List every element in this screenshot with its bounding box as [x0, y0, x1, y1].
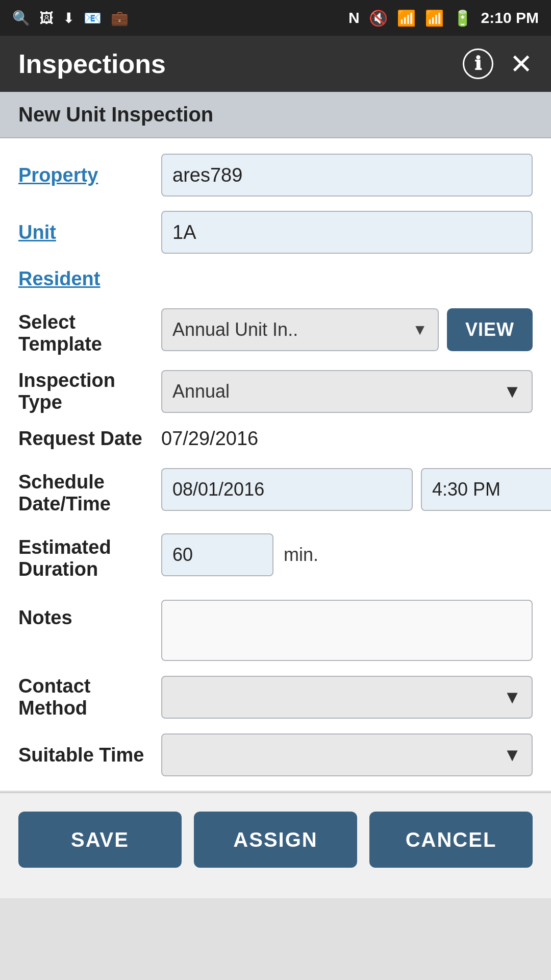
inspection-type-row: Inspection Type Annual ▼ — [18, 370, 533, 413]
select-template-row: Select Template Annual Unit In.. ▼ VIEW — [18, 304, 533, 355]
form-container: Property Unit Resident Select Template A… — [0, 138, 551, 792]
inspection-type-label: Inspection Type — [18, 370, 161, 413]
request-date-row: Request Date 07/29/2016 — [18, 428, 533, 450]
cancel-button[interactable]: CANCEL — [369, 812, 533, 868]
app-bar: Inspections ℹ ✕ — [0, 36, 551, 92]
app-title: Inspections — [18, 48, 166, 79]
save-button[interactable]: SAVE — [18, 812, 182, 868]
resident-label[interactable]: Resident — [18, 268, 161, 290]
notes-row: Notes — [18, 595, 533, 661]
contact-method-label: Contact Method — [18, 675, 161, 719]
dropdown-arrow-icon: ▼ — [412, 321, 428, 338]
template-value: Annual Unit In.. — [172, 319, 298, 340]
estimated-duration-row: Estimated Duration min. — [18, 529, 533, 580]
briefcase-icon: 💼 — [111, 10, 129, 27]
contact-method-dropdown[interactable]: ▼ — [161, 676, 533, 719]
schedule-datetime-row: Schedule Date/Time — [18, 464, 533, 515]
time-display: 2:10 PM — [481, 9, 539, 27]
duration-controls: min. — [161, 533, 533, 576]
select-template-label: Select Template — [18, 304, 161, 355]
search-icon: 🔍 — [12, 10, 30, 27]
suitable-time-label: Suitable Time — [18, 744, 161, 766]
status-bar-left: 🔍 🖼 ⬇ 📧 💼 — [12, 10, 129, 27]
schedule-datetime-label: Schedule Date/Time — [18, 464, 161, 515]
suitable-time-dropdown[interactable]: ▼ — [161, 733, 533, 776]
battery-icon: 🔋 — [453, 9, 472, 27]
contact-method-row: Contact Method ▼ — [18, 675, 533, 719]
inspection-type-dropdown[interactable]: Annual ▼ — [161, 370, 533, 413]
app-bar-icons: ℹ ✕ — [463, 48, 533, 80]
info-icon[interactable]: ℹ — [463, 48, 493, 79]
mute-icon: 🔇 — [369, 9, 388, 27]
assign-button[interactable]: ASSIGN — [194, 812, 357, 868]
template-controls: Annual Unit In.. ▼ VIEW — [161, 308, 533, 351]
min-label: min. — [284, 544, 318, 566]
request-date-label: Request Date — [18, 428, 161, 450]
email-icon: 📧 — [84, 10, 102, 27]
inspection-dropdown-arrow-icon: ▼ — [503, 381, 521, 402]
notes-label: Notes — [18, 600, 161, 629]
download-icon: ⬇ — [63, 10, 74, 27]
section-header: New Unit Inspection — [0, 92, 551, 138]
request-date-value: 07/29/2016 — [161, 428, 258, 450]
inspection-type-value: Annual — [172, 381, 230, 402]
property-label[interactable]: Property — [18, 164, 161, 186]
unit-label[interactable]: Unit — [18, 222, 161, 243]
template-dropdown[interactable]: Annual Unit In.. ▼ — [161, 308, 439, 351]
wifi-icon: 📶 — [397, 9, 416, 27]
action-bar: SAVE ASSIGN CANCEL — [0, 792, 551, 898]
schedule-date-input[interactable] — [161, 468, 413, 511]
unit-input[interactable] — [161, 211, 533, 254]
view-button[interactable]: VIEW — [447, 308, 533, 351]
suitable-time-row: Suitable Time ▼ — [18, 733, 533, 776]
property-input[interactable] — [161, 154, 533, 197]
nfc-icon: N — [348, 9, 360, 27]
suitable-dropdown-arrow-icon: ▼ — [503, 744, 521, 766]
status-bar: 🔍 🖼 ⬇ 📧 💼 N 🔇 📶 📶 🔋 2:10 PM — [0, 0, 551, 36]
duration-input[interactable] — [161, 533, 273, 576]
schedule-time-input[interactable] — [421, 468, 551, 511]
notes-input[interactable] — [161, 600, 533, 661]
unit-row: Unit — [18, 211, 533, 254]
signal-icon: 📶 — [425, 9, 444, 27]
resident-row: Resident — [18, 268, 533, 290]
estimated-duration-label: Estimated Duration — [18, 529, 161, 580]
image-icon: 🖼 — [39, 10, 54, 27]
date-time-inputs — [161, 468, 551, 511]
status-bar-right: N 🔇 📶 📶 🔋 2:10 PM — [348, 9, 539, 27]
contact-dropdown-arrow-icon: ▼ — [503, 687, 521, 708]
close-button[interactable]: ✕ — [510, 48, 533, 80]
property-row: Property — [18, 154, 533, 197]
